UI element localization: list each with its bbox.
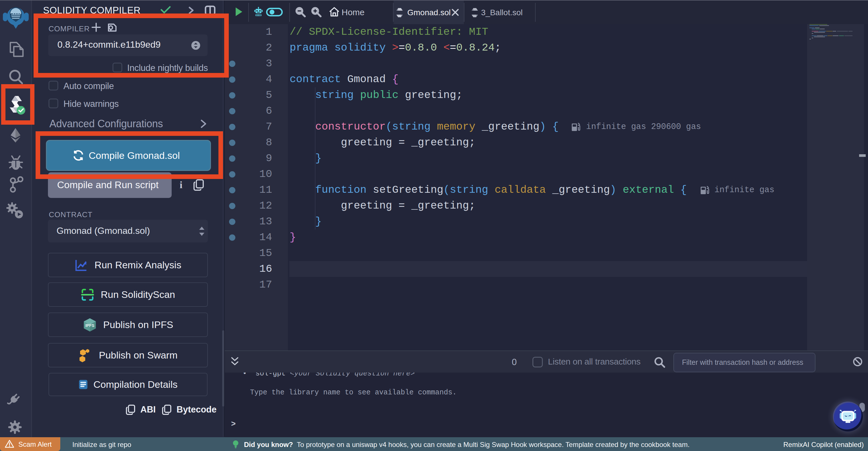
svg-text:IPFS: IPFS xyxy=(85,323,94,328)
